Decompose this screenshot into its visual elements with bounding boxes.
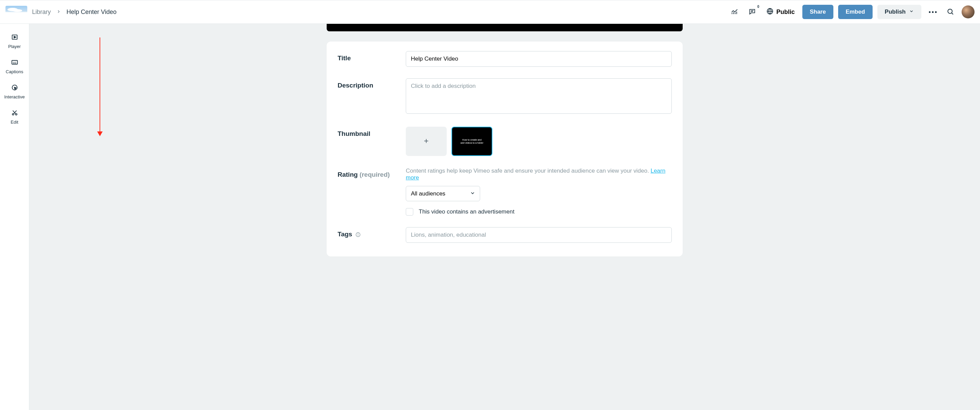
breadcrumb-root[interactable]: Library: [32, 8, 51, 16]
breadcrumb: Library Help Center Video: [32, 8, 117, 16]
captions-icon: CC: [11, 59, 18, 67]
publish-label: Publish: [885, 8, 906, 15]
privacy-button[interactable]: Public: [764, 8, 797, 17]
breadcrumb-current: Help Center Video: [67, 8, 117, 16]
sidebar-item-interactive[interactable]: Interactive: [0, 84, 29, 100]
sidebar: Player CC Captions Interactive: [0, 24, 29, 410]
settings-card: Title Description Thumbnail: [327, 41, 682, 256]
more-menu-button[interactable]: [926, 5, 939, 18]
annotation-arrow: [99, 38, 100, 136]
chevron-down-icon: [909, 8, 914, 15]
comment-icon: [748, 8, 756, 16]
tags-input[interactable]: [406, 227, 672, 243]
interactive-icon: [11, 84, 18, 92]
svg-line-8: [952, 13, 953, 14]
avatar[interactable]: [962, 5, 975, 18]
sidebar-item-edit[interactable]: Edit: [0, 109, 29, 125]
search-button[interactable]: [944, 5, 957, 18]
search-icon: [947, 8, 954, 16]
publish-button[interactable]: Publish: [877, 5, 921, 19]
svg-point-14: [12, 113, 14, 115]
sidebar-item-label: Player: [8, 44, 21, 49]
selected-thumbnail[interactable]: How to create and add videos to a folder: [452, 127, 492, 156]
svg-point-7: [948, 9, 952, 13]
advertisement-checkbox[interactable]: [406, 208, 413, 215]
main-content: Title Description Thumbnail: [29, 24, 980, 410]
description-input[interactable]: [406, 78, 672, 114]
sidebar-item-label: Captions: [6, 69, 23, 74]
svg-point-15: [15, 113, 17, 115]
comments-button[interactable]: 0: [746, 5, 759, 18]
title-input[interactable]: [406, 51, 672, 67]
svg-point-22: [358, 234, 358, 234]
comments-count-badge: 0: [757, 5, 759, 8]
globe-icon: [766, 8, 774, 17]
sidebar-item-label: Edit: [11, 120, 18, 125]
title-label: Title: [337, 51, 406, 67]
rating-label: Rating (required): [337, 168, 406, 215]
analytics-button[interactable]: [728, 5, 741, 18]
plus-icon: [423, 138, 430, 146]
video-thumbnail-small[interactable]: [5, 6, 27, 18]
rating-select[interactable]: All audiences: [406, 186, 480, 201]
info-icon[interactable]: [355, 232, 361, 237]
tags-label: Tags: [337, 227, 406, 243]
svg-marker-10: [14, 36, 16, 38]
share-button[interactable]: Share: [802, 5, 834, 19]
thumbnail-caption: How to create and add videos to a folder: [461, 138, 484, 144]
rating-help-text: Content ratings help keep Vimeo safe and…: [406, 168, 672, 181]
advertisement-checkbox-label[interactable]: This video contains an advertisement: [419, 208, 515, 215]
svg-text:CC: CC: [13, 61, 16, 64]
sidebar-item-player[interactable]: Player: [0, 33, 29, 49]
scissors-icon: [11, 109, 18, 117]
analytics-icon: [731, 8, 738, 16]
embed-button[interactable]: Embed: [838, 5, 873, 19]
description-label: Description: [337, 78, 406, 115]
required-indicator: (required): [360, 171, 390, 178]
thumbnail-label: Thumbnail: [337, 127, 406, 156]
sidebar-item-label: Interactive: [5, 94, 25, 100]
chevron-right-icon: [56, 8, 61, 16]
player-icon: [11, 33, 18, 42]
video-player-edge: [327, 24, 682, 31]
privacy-label: Public: [776, 8, 795, 16]
add-thumbnail-button[interactable]: [406, 127, 447, 156]
sidebar-item-captions[interactable]: CC Captions: [0, 59, 29, 74]
topbar: Library Help Center Video 0: [0, 0, 980, 24]
